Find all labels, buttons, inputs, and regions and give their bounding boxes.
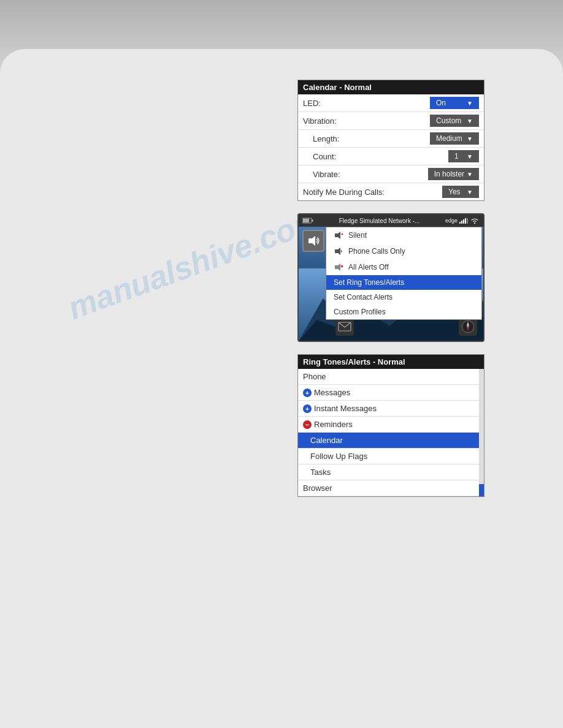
vibrate-dropdown[interactable]: In holster ▼ — [428, 168, 479, 180]
menu-item-silent[interactable]: Silent — [326, 227, 481, 243]
svg-rect-1 — [312, 219, 313, 222]
volume-icon-overlay[interactable] — [302, 230, 324, 252]
vibration-label: Vibration: — [303, 116, 337, 126]
phone-screen: Fledge Simulated Network -... edge — [297, 213, 484, 342]
notify-during-calls-row: Notify Me During Calls: Yes ▼ — [298, 183, 484, 200]
volume-icon — [307, 234, 320, 248]
ring-tones-tasks-label: Tasks — [310, 468, 331, 477]
envelope-icon-container — [335, 317, 354, 336]
ring-tones-instant-messages-label: Instant Messages — [314, 404, 377, 413]
ring-tones-browser-label: Browser — [303, 483, 332, 493]
svg-marker-14 — [335, 264, 340, 271]
ring-tones-phone-label: Phone — [303, 372, 326, 381]
menu-item-set-contact-alerts[interactable]: Set Contact Alerts — [326, 290, 481, 305]
ring-tones-tasks-row[interactable]: Tasks — [298, 464, 484, 480]
reminders-minus-icon: − — [303, 420, 312, 429]
set-ring-tones-label: Set Ring Tones/Alerts — [334, 278, 404, 287]
status-left — [302, 218, 313, 224]
panels-container: Calendar - Normal LED: On ▼ Vibration: C… — [297, 80, 488, 497]
custom-profiles-label: Custom Profiles — [334, 308, 386, 316]
compass-icon-container — [459, 317, 477, 336]
ring-tones-messages-label: Messages — [314, 388, 350, 397]
notify-during-calls-dropdown[interactable]: Yes ▼ — [442, 186, 479, 198]
vibration-dropdown[interactable]: Custom ▼ — [430, 115, 479, 127]
vibrate-label: Vibrate: — [303, 170, 340, 179]
silent-label: Silent — [348, 231, 367, 240]
compass-icon — [461, 320, 475, 333]
ring-tones-messages-row[interactable]: + Messages — [298, 385, 484, 401]
ring-tones-instant-messages-row[interactable]: + Instant Messages — [298, 401, 484, 417]
svg-marker-13 — [335, 248, 340, 255]
all-alerts-off-label: All Alerts Off — [348, 263, 389, 271]
svg-rect-2 — [303, 219, 309, 222]
count-row: Count: 1 ▼ — [298, 148, 484, 165]
ring-tones-panel-title: Ring Tones/Alerts - Normal — [298, 355, 484, 369]
length-dropdown-arrow: ▼ — [467, 135, 473, 142]
count-label: Count: — [303, 152, 336, 161]
silent-icon — [334, 230, 343, 240]
phone-calls-label: Phone Calls Only — [348, 247, 405, 256]
count-dropdown[interactable]: 1 ▼ — [448, 150, 479, 162]
vibration-dropdown-arrow: ▼ — [467, 118, 473, 124]
instant-messages-plus-icon: + — [303, 404, 312, 413]
menu-item-custom-profiles[interactable]: Custom Profiles — [326, 305, 481, 319]
status-center-text: Fledge Simulated Network -... — [339, 218, 420, 224]
svg-marker-10 — [335, 232, 340, 239]
menu-item-phone-calls[interactable]: Phone Calls Only — [326, 243, 481, 259]
scroll-indicator[interactable] — [479, 369, 484, 496]
ring-tones-reminders-label: Reminders — [314, 420, 353, 429]
phone-calls-icon — [334, 246, 343, 256]
svg-point-21 — [467, 326, 469, 328]
calendar-normal-panel: Calendar - Normal LED: On ▼ Vibration: C… — [297, 80, 484, 201]
signal-bars-icon — [459, 218, 468, 224]
led-dropdown[interactable]: On ▼ — [430, 97, 479, 109]
length-dropdown[interactable]: Medium ▼ — [430, 132, 479, 145]
phone-screen-panel: Fledge Simulated Network -... edge — [297, 213, 484, 342]
messages-plus-icon: + — [303, 389, 312, 397]
count-dropdown-arrow: ▼ — [467, 153, 473, 160]
ring-tones-follow-up-label: Follow Up Flags — [310, 452, 367, 461]
vibration-row: Vibration: Custom ▼ — [298, 112, 484, 130]
vibrate-row: Vibrate: In holster ▼ — [298, 165, 484, 183]
ring-tones-phone-row[interactable]: Phone — [298, 369, 484, 385]
envelope-icon — [338, 322, 351, 332]
ring-tones-scroll-area: Phone + Messages + Instant Messages − Re… — [298, 369, 484, 496]
led-label: LED: — [303, 99, 321, 108]
scroll-thumb — [479, 484, 484, 496]
ring-tones-calendar-row[interactable]: Calendar — [298, 433, 484, 449]
notify-during-calls-label: Notify Me During Calls: — [303, 188, 385, 197]
svg-point-3 — [474, 222, 475, 224]
led-dropdown-arrow: ▼ — [467, 100, 473, 107]
svg-marker-9 — [308, 236, 315, 246]
notify-during-calls-dropdown-arrow: ▼ — [467, 189, 473, 195]
length-row: Length: Medium ▼ — [298, 130, 484, 148]
ring-tones-browser-row[interactable]: Browser — [298, 480, 484, 496]
battery-icon — [302, 218, 313, 224]
menu-item-set-ring-tones[interactable]: Set Ring Tones/Alerts — [326, 275, 481, 290]
length-label: Length: — [303, 134, 339, 143]
calendar-panel-title: Calendar - Normal — [298, 80, 484, 94]
status-right: edge — [445, 217, 480, 224]
led-row: LED: On ▼ — [298, 94, 484, 112]
phone-status-bar: Fledge Simulated Network -... edge — [299, 214, 483, 227]
set-contact-alerts-label: Set Contact Alerts — [334, 293, 393, 301]
vibrate-dropdown-arrow: ▼ — [467, 171, 473, 178]
menu-item-all-alerts-off[interactable]: All Alerts Off — [326, 259, 481, 275]
all-alerts-off-icon — [334, 262, 343, 272]
ring-tones-calendar-label: Calendar — [310, 436, 343, 445]
ring-tones-reminders-row[interactable]: − Reminders — [298, 417, 484, 433]
wifi-icon — [470, 217, 480, 224]
phone-dropdown-menu: Silent Phone Calls Only — [326, 227, 482, 320]
ring-tones-panel: Ring Tones/Alerts - Normal Phone + Messa… — [297, 354, 484, 497]
edge-text: edge — [445, 218, 458, 224]
ring-tones-follow-up-row[interactable]: Follow Up Flags — [298, 449, 484, 464]
